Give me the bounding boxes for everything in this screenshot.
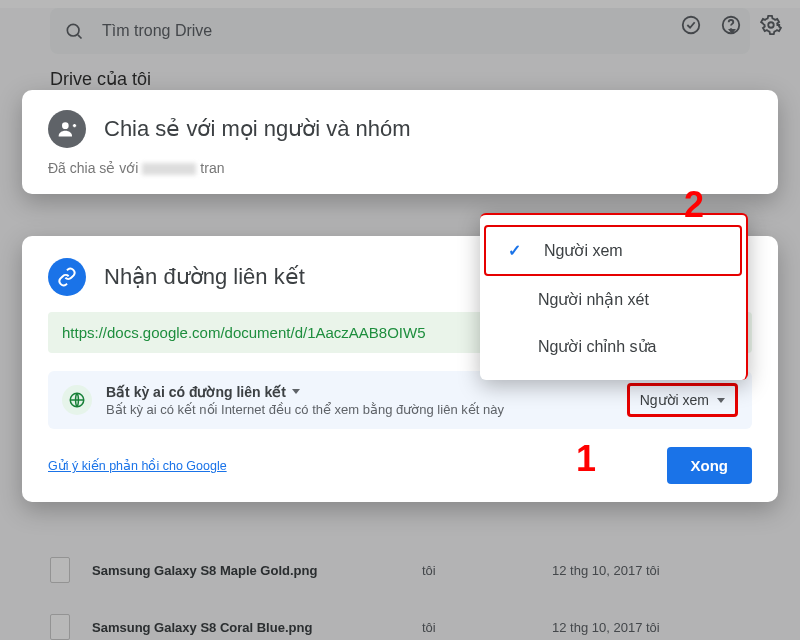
svg-point-6	[62, 122, 69, 129]
role-menu: ✓ Người xem Người nhận xét Người chỉnh s…	[480, 213, 748, 380]
access-description: Bất kỳ ai có kết nối Internet đều có thể…	[106, 402, 536, 417]
link-icon	[48, 258, 86, 296]
globe-icon	[62, 385, 92, 415]
send-feedback-link[interactable]: Gửi ý kiến phản hồi cho Google	[48, 458, 227, 473]
annotation-1: 1	[576, 438, 596, 480]
person-add-icon	[48, 110, 86, 148]
role-option-editor[interactable]: Người chỉnh sửa	[480, 323, 746, 370]
annotation-2: 2	[684, 184, 704, 226]
shared-with-text: Đã chia sẻ vớitran	[48, 160, 752, 176]
done-button[interactable]: Xong	[667, 447, 753, 484]
chevron-down-icon	[717, 398, 725, 403]
role-option-commenter[interactable]: Người nhận xét	[480, 276, 746, 323]
share-people-card: Chia sẻ với mọi người và nhóm Đã chia sẻ…	[22, 90, 778, 194]
check-icon: ✓	[508, 241, 526, 260]
chevron-down-icon	[292, 389, 300, 394]
role-option-viewer[interactable]: ✓ Người xem	[484, 225, 742, 276]
role-dropdown-button[interactable]: Người xem	[627, 383, 738, 417]
get-link-title: Nhận đường liên kết	[104, 264, 305, 290]
access-scope-dropdown[interactable]: Bất kỳ ai có đường liên kết	[106, 384, 613, 400]
share-title: Chia sẻ với mọi người và nhóm	[104, 116, 411, 142]
